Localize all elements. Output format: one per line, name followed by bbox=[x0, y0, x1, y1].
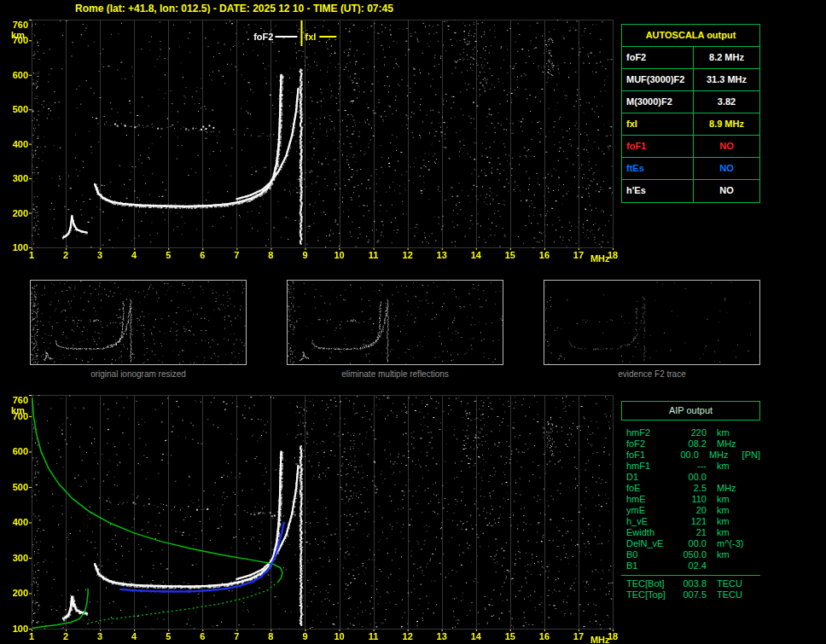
parameter-value: 8.9 MHz bbox=[694, 113, 759, 135]
window-title: Rome (lat: +41.8, lon: 012.5) - DATE: 20… bbox=[75, 3, 393, 15]
aip-row: TEC[Bot]003.8TECU bbox=[621, 578, 760, 589]
aip-unit: m^(-3) bbox=[707, 538, 746, 549]
aip-extra bbox=[746, 494, 760, 505]
aip-label: TEC[Top] bbox=[621, 589, 678, 600]
autoscala-output-table: AUTOSCALA output foF28.2 MHzMUF(3000)F23… bbox=[621, 24, 760, 203]
aip-label: Ewidth bbox=[621, 527, 678, 538]
aip-value: 121 bbox=[678, 516, 707, 527]
aip-label: foE bbox=[621, 483, 678, 494]
aip-extra: [PN] bbox=[736, 450, 760, 461]
parameter-label: foF2 bbox=[622, 47, 694, 68]
aip-unit: km bbox=[707, 494, 746, 505]
aip-unit: TECU bbox=[707, 578, 746, 589]
aip-row: B0050.0km bbox=[621, 549, 760, 560]
aip-label: hmE bbox=[621, 494, 678, 505]
aip-unit: km bbox=[707, 549, 746, 560]
aip-value: 003.8 bbox=[678, 578, 707, 589]
autoscala-row: fxI8.9 MHz bbox=[622, 113, 759, 136]
autoscala-row: MUF(3000)F231.3 MHz bbox=[622, 69, 759, 91]
aip-row: Ewidth21km bbox=[621, 527, 760, 538]
aip-unit: km bbox=[707, 516, 746, 527]
aip-extra bbox=[746, 578, 760, 589]
aip-extra bbox=[746, 505, 760, 516]
aip-value: --- bbox=[678, 461, 707, 472]
aip-label: foF2 bbox=[621, 438, 678, 450]
parameter-value: 8.2 MHz bbox=[694, 47, 759, 68]
thumbnail-caption: eliminate multiple reflections bbox=[287, 369, 503, 379]
aip-unit bbox=[707, 560, 746, 571]
autoscala-row: ftEsNO bbox=[622, 158, 759, 180]
aip-output-table: AIP output hmF2220kmfoF208.2MHzfoF100.0M… bbox=[621, 401, 760, 600]
autoscala-table-title: AUTOSCALA output bbox=[622, 25, 759, 47]
autoscala-window: Rome (lat: +41.8, lon: 012.5) - DATE: 20… bbox=[0, 0, 826, 644]
aip-label: hmF1 bbox=[621, 461, 678, 472]
autoscala-row: h'EsNO bbox=[622, 180, 759, 202]
parameter-label: foF1 bbox=[622, 136, 694, 157]
aip-row: foF208.2MHz bbox=[621, 438, 760, 450]
aip-row: foF100.0MHz[PN] bbox=[621, 450, 760, 461]
aip-unit: km bbox=[707, 527, 746, 538]
aip-extra bbox=[746, 589, 760, 600]
aip-row: TEC[Top]007.5TECU bbox=[621, 589, 760, 600]
aip-label: ymE bbox=[621, 505, 678, 516]
parameter-label: M(3000)F2 bbox=[622, 91, 694, 113]
thumbnail-caption: evidence F2 trace bbox=[544, 369, 760, 379]
aip-label: B1 bbox=[621, 560, 678, 571]
aip-extra bbox=[746, 549, 760, 560]
aip-value: 00.0 bbox=[672, 450, 699, 461]
aip-unit bbox=[707, 472, 746, 483]
autoscala-rows: foF28.2 MHzMUF(3000)F231.3 MHzM(3000)F23… bbox=[622, 47, 759, 202]
aip-label: DelN_vE bbox=[621, 538, 678, 549]
aip-extra bbox=[746, 538, 760, 549]
thumbnail-original-ionogram bbox=[30, 280, 247, 365]
aip-value: 00.0 bbox=[678, 538, 707, 549]
aip-row: hmF1---km bbox=[621, 461, 760, 472]
aip-unit: MHz bbox=[707, 438, 746, 450]
thumbnail-original-canvas bbox=[31, 281, 246, 364]
aip-value: 08.2 bbox=[678, 438, 707, 450]
aip-row: DelN_vE00.0m^(-3) bbox=[621, 538, 760, 549]
aip-row: h_vE121km bbox=[621, 516, 760, 527]
autoscala-row: foF28.2 MHz bbox=[622, 47, 759, 69]
parameter-value: NO bbox=[694, 136, 759, 157]
ionogram-plot-bottom bbox=[0, 388, 621, 644]
aip-value: 050.0 bbox=[678, 549, 707, 560]
aip-unit: TECU bbox=[707, 589, 746, 600]
aip-label: foF1 bbox=[621, 450, 672, 461]
aip-row: ymE20km bbox=[621, 505, 760, 516]
aip-unit: km bbox=[707, 461, 746, 472]
aip-unit: MHz bbox=[699, 450, 736, 461]
aip-extra bbox=[746, 438, 760, 450]
aip-extra bbox=[746, 427, 760, 438]
aip-value: 220 bbox=[678, 427, 707, 438]
parameter-label: MUF(3000)F2 bbox=[622, 69, 694, 90]
aip-table-title: AIP output bbox=[621, 401, 760, 421]
aip-row: foE2.5MHz bbox=[621, 483, 760, 494]
thumbnail-evidence-canvas bbox=[544, 281, 759, 364]
aip-row: B102.4 bbox=[621, 560, 760, 571]
thumbnail-evidence-f2-trace bbox=[544, 280, 760, 365]
aip-value: 2.5 bbox=[678, 483, 707, 494]
parameter-label: fxI bbox=[622, 113, 694, 135]
aip-unit: km bbox=[707, 427, 746, 438]
thumbnail-caption: original ionogram resized bbox=[30, 369, 247, 379]
thumbnail-eliminate-reflections bbox=[287, 280, 503, 365]
aip-extra bbox=[746, 483, 760, 494]
parameter-label: ftEs bbox=[622, 158, 694, 179]
autoscala-row: foF1NO bbox=[622, 136, 759, 158]
aip-extra bbox=[746, 472, 760, 483]
autoscala-row: M(3000)F23.82 bbox=[622, 91, 759, 113]
aip-row: hmF2220km bbox=[621, 427, 760, 438]
aip-value: 20 bbox=[678, 505, 707, 516]
aip-label: D1 bbox=[621, 472, 678, 483]
parameter-value: NO bbox=[694, 158, 759, 179]
parameter-value: 3.82 bbox=[694, 91, 759, 113]
aip-extra bbox=[746, 560, 760, 571]
aip-extra bbox=[746, 461, 760, 472]
aip-value: 00.0 bbox=[678, 472, 707, 483]
aip-row: D100.0 bbox=[621, 472, 760, 483]
aip-extra bbox=[746, 527, 760, 538]
aip-row: hmE110km bbox=[621, 494, 760, 505]
aip-separator bbox=[621, 575, 760, 576]
aip-label: hmF2 bbox=[621, 427, 678, 438]
